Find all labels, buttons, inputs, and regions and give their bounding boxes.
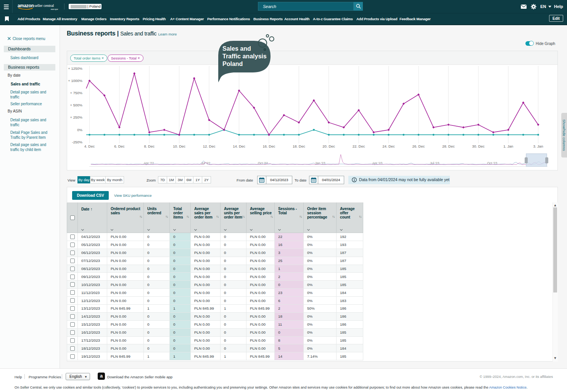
svg-text:-250%: -250% — [72, 140, 83, 144]
svg-text:+ 250%: + 250% — [70, 115, 83, 119]
svg-text:1. Jan: 1. Jan — [503, 144, 513, 148]
svg-text:14. Dec: 14. Dec — [233, 144, 245, 148]
svg-text:18. Dec: 18. Dec — [293, 144, 305, 148]
svg-text:12. Dec: 12. Dec — [203, 144, 216, 148]
svg-text:20. Dec: 20. Dec — [322, 144, 335, 148]
svg-text:Traffic analysis: Traffic analysis — [222, 53, 267, 59]
svg-text:22. Dec: 22. Dec — [353, 144, 365, 148]
svg-text:10. Dec: 10. Dec — [173, 144, 185, 148]
svg-text:26. Dec: 26. Dec — [412, 144, 425, 148]
svg-text:+ 1000%: + 1000% — [68, 79, 82, 83]
svg-text:+ 500%: + 500% — [70, 103, 83, 107]
svg-text:24. Dec: 24. Dec — [382, 144, 395, 148]
svg-text:3. Jan: 3. Jan — [533, 144, 543, 148]
svg-text:+ 1250%: + 1250% — [68, 66, 82, 71]
svg-text:Sales and: Sales and — [222, 45, 251, 52]
svg-text:Poland: Poland — [222, 61, 243, 67]
svg-text:6. Dec: 6. Dec — [114, 144, 125, 148]
svg-text:16. Dec: 16. Dec — [263, 144, 275, 148]
svg-text:28. Dec: 28. Dec — [442, 144, 455, 148]
svg-text:30. Dec: 30. Dec — [472, 144, 485, 148]
svg-text:+ 750%: + 750% — [70, 91, 83, 95]
svg-text:8. Dec: 8. Dec — [144, 144, 155, 148]
svg-text:0%: 0% — [77, 128, 82, 132]
svg-text:4. Dec: 4. Dec — [84, 144, 95, 148]
